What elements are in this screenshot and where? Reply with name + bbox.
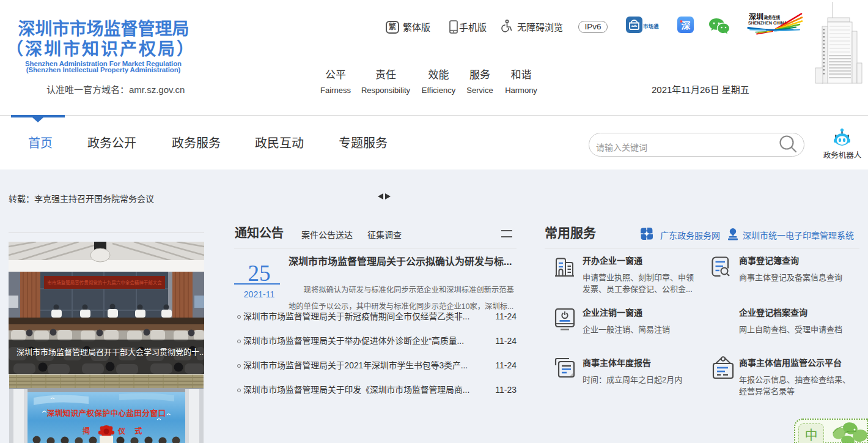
svg-text:深圳知识产权保护中心盐田分窗口: 深圳知识产权保护中心盐田分窗口 bbox=[46, 409, 166, 418]
svg-text:揭: 揭 bbox=[83, 426, 94, 436]
svg-text:深圳: 深圳 bbox=[749, 12, 763, 21]
svg-text:市市场监管局宣传贯彻党的十九届六中全会精神干部大会: 市市场监管局宣传贯彻党的十九届六中全会精神干部大会 bbox=[47, 280, 162, 286]
svg-text:SHENZHEN CHINA: SHENZHEN CHINA bbox=[748, 21, 787, 25]
svg-text:仪 式: 仪 式 bbox=[117, 426, 145, 436]
svg-text:政务在线: 政务在线 bbox=[764, 15, 781, 20]
svg-text:深: 深 bbox=[681, 20, 690, 31]
